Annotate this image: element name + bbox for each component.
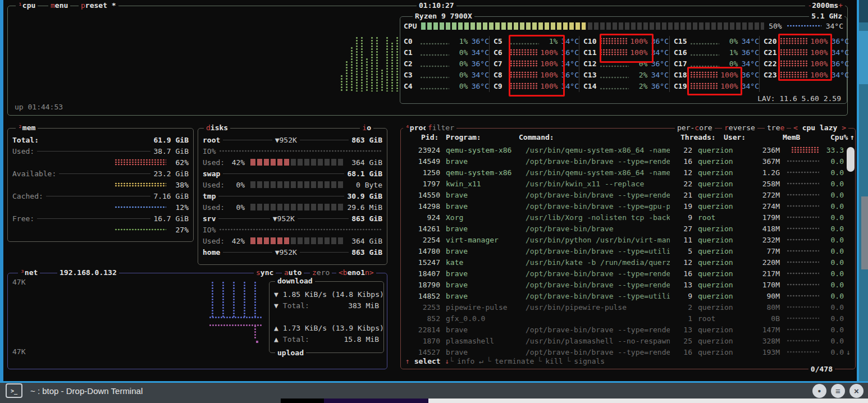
process-pid: 14780 [405,247,440,255]
signals-button[interactable]: signals [574,357,605,365]
select-down-arrow[interactable]: ↓ [441,357,450,365]
disk-tmp-row[interactable]: tmp30.9 GiB [203,190,382,202]
core-id: C14 [583,82,600,90]
process-mem: 274M [747,202,780,210]
process-cpu-meter [787,295,819,297]
sort-next-arrow[interactable]: > [842,123,846,132]
preset-button[interactable]: preset * [79,1,118,11]
process-cpu-meter [791,146,819,153]
disk-tmp-used-row: Used:0%29.6 MiB [203,202,382,213]
download-total-row: ▼Total:383 MiB [274,300,379,311]
core-percent: 2% [631,71,648,79]
core-id: C16 [674,48,690,57]
disks-box: disks io root▼952K863 GiB IO% Used:42%36… [198,128,387,265]
header-mem[interactable]: MemB [783,133,800,141]
disk-home-row[interactable]: home▼952K863 GiB [203,246,382,258]
select-button[interactable]: select [414,357,441,365]
core-percent: 0% [451,48,468,57]
process-cpu-meter [787,306,819,308]
download-speed-row: ▼1.85 KiB/s (14.8 Kibps) [274,288,379,300]
process-row[interactable]: 14261 brave /opt/brave-bin/brave 27 quer… [405,223,851,234]
header-threads[interactable]: Threads: [680,133,716,141]
clock: 01:10:27 [417,1,456,11]
process-threads: 21 [670,191,692,199]
process-command: /usr/bin/qemu-system-x86_64 -name guest=… [526,168,670,177]
download-arrow-icon: ▼ [274,301,278,310]
per-core-button[interactable]: per-core [675,123,715,133]
close-button[interactable]: × [849,384,864,398]
kill-button[interactable]: kill [545,357,563,365]
core-load-meter [420,49,449,56]
filter-button[interactable]: filter [426,123,456,133]
process-user: querzion [698,247,747,255]
process-row[interactable]: 14780 brave /opt/brave-bin/brave --type=… [405,245,851,257]
disk-srv-row[interactable]: srv▼952K863 GiB [203,213,382,224]
keep-open-button[interactable]: • [812,384,826,398]
process-row[interactable]: 1870 plasmashell /usr/bin/plasmashell --… [405,335,851,346]
menu-button[interactable]: menu [48,1,70,11]
menu-button-titlebar[interactable]: ≡ [831,384,845,398]
net-sync-button[interactable]: sync [254,268,276,278]
process-pid: 14550 [405,191,440,199]
process-mem: 258M [747,180,780,188]
process-row[interactable]: 852 gfx_0.0.0 1 root 0B 0.0 [405,313,851,324]
terminate-button[interactable]: terminate [495,357,534,365]
interval-increase-button[interactable]: + [838,1,843,10]
update-interval-control[interactable]: -2000ms+ [805,1,845,11]
process-row[interactable]: 2254 virt-manager /usr/bin/python /usr/b… [405,234,851,245]
sort-selector[interactable]: < cpu lazy > [791,123,848,133]
core-temp: 34°C [468,71,489,79]
disk-root-row[interactable]: root▼952K863 GiB [203,134,382,145]
process-command: /usr/bin/plasmashell --no-respawn [526,337,670,345]
disk-io-rate: ▼952K [275,136,297,144]
core-temp: 36°C [468,37,489,45]
cpu-total-label: CPU [404,22,417,30]
cpu-total-bar [421,22,764,30]
select-up-arrow[interactable]: ↑ [405,357,414,365]
process-pid: 852 [405,314,440,323]
process-row[interactable]: 924 Xorg /usr/lib/Xorg -nolisten tcp -ba… [405,212,851,223]
process-row[interactable]: 2253 pipewire-pulse /usr/bin/pipewire-pu… [405,301,851,313]
disk-swap-row[interactable]: swap68.1 GiB [203,168,382,179]
io-mode-button[interactable]: io [360,123,373,133]
terminal-titlebar[interactable]: >_ ~ : btop - Drop-Down Terminal • ≡ × [0,383,868,399]
core-id: C23 [764,71,780,79]
header-cpu[interactable]: Cpu% [830,133,848,141]
net-interface-switcher[interactable]: <beno1n> [336,268,376,278]
process-cpu-meter [787,340,819,342]
process-cpu-percent: 0.0 [819,281,844,289]
header-program[interactable]: Program: [446,133,481,141]
process-row[interactable]: 1797 kwin_x11 /usr/bin/kwin_x11 --replac… [405,178,851,189]
tree-button[interactable]: tree [765,123,787,133]
process-command: /opt/brave-bin/brave --type=renderer --c… [526,157,670,166]
process-command: /usr/lib/Xorg -nolisten tcp -background … [526,213,670,222]
process-row[interactable]: 14298 brave /opt/brave-bin/brave --type=… [405,200,851,212]
process-pid: 14261 [405,225,440,233]
process-name: brave [446,202,519,210]
process-name: virt-manager [446,236,519,244]
header-pid[interactable]: Pid: [421,133,438,141]
scrollbar-thumb[interactable] [847,147,855,172]
process-user: querzion [698,225,747,233]
header-command[interactable]: Command: [519,133,554,141]
reverse-button[interactable]: reverse [722,123,757,133]
mem-total-row: Total:61.9 GiB [12,134,189,145]
process-mem: 147M [747,326,780,334]
process-row[interactable]: 15247 kate /usr/bin/kate -b /run/media/q… [405,257,851,268]
header-user[interactable]: User: [724,133,746,141]
process-mem: 418M [747,225,780,233]
process-row[interactable]: 1250 qemu-system-x86 /usr/bin/qemu-syste… [405,167,851,178]
mem-available-row: Available:23.2 GiB [12,168,189,179]
sort-prev-arrow[interactable]: < [793,123,798,132]
process-row[interactable]: 14852 brave /opt/brave-bin/brave --type=… [405,290,851,301]
process-row[interactable]: 23924 qemu-system-x86 /usr/bin/qemu-syst… [405,144,851,155]
sort-direction-icon[interactable]: ↑ [850,133,855,141]
process-row[interactable]: 18407 brave /opt/brave-bin/brave --type=… [405,268,851,279]
process-row[interactable]: 22814 brave /opt/brave-bin/brave --type=… [405,324,851,335]
info-button[interactable]: info ↵ [457,357,483,365]
process-row[interactable]: 14549 brave /opt/brave-bin/brave --type=… [405,155,851,167]
window-border-left [0,0,3,383]
process-row[interactable]: 18790 brave /opt/brave-bin/brave --type=… [405,279,851,290]
process-row[interactable]: 14550 brave /opt/brave-bin/brave --type=… [405,189,851,200]
process-user: querzion [698,303,747,312]
